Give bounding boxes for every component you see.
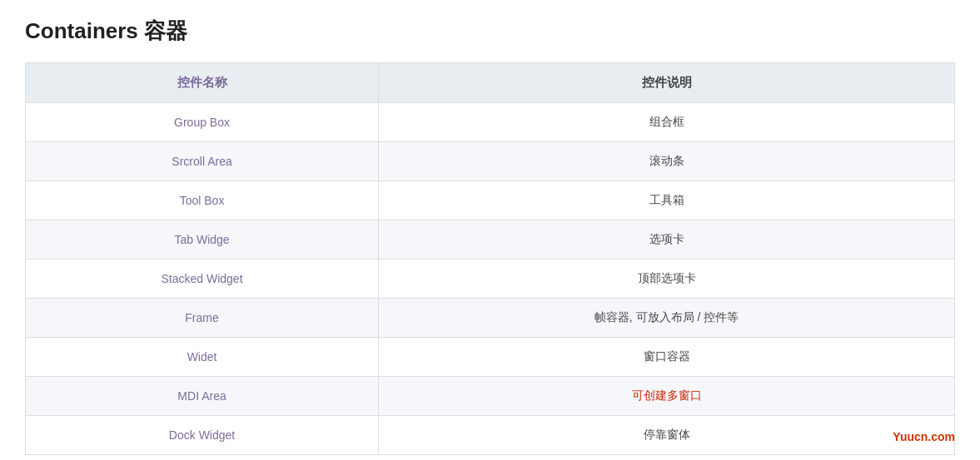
- table-row: Dock Widget停靠窗体: [26, 416, 955, 455]
- cell-name: Widet: [26, 338, 379, 377]
- cell-name: Stacked Widget: [26, 260, 379, 299]
- cell-desc: 顶部选项卡: [379, 260, 955, 299]
- cell-name: Group Box: [26, 103, 379, 142]
- cell-desc: 滚动条: [379, 142, 955, 181]
- cell-desc: 选项卡: [379, 220, 955, 260]
- header-col-name: 控件名称: [26, 63, 379, 103]
- table-row: Widet窗口容器: [26, 338, 955, 377]
- table-row: MDI Area可创建多窗口: [26, 377, 955, 416]
- cell-desc: 组合框: [379, 103, 955, 142]
- table-row: Tool Box工具箱: [26, 181, 955, 220]
- watermark-text: Yuucn.com: [893, 430, 955, 443]
- cell-name: Dock Widget: [26, 416, 379, 455]
- containers-table: 控件名称 控件说明 Group Box组合框Srcroll Area滚动条Too…: [25, 62, 955, 455]
- cell-name: Tool Box: [26, 181, 379, 220]
- cell-name: Tab Widge: [26, 220, 379, 260]
- table-row: Tab Widge选项卡: [26, 220, 955, 260]
- cell-desc: 帧容器, 可放入布局 / 控件等: [379, 299, 955, 338]
- table-header-row: 控件名称 控件说明: [26, 63, 955, 103]
- cell-name: MDI Area: [26, 377, 379, 416]
- cell-desc: 停靠窗体: [379, 416, 955, 455]
- table-row: Stacked Widget顶部选项卡: [26, 260, 955, 299]
- cell-desc: 工具箱: [379, 181, 955, 220]
- cell-name: Srcroll Area: [26, 142, 379, 181]
- cell-desc: 可创建多窗口: [379, 377, 955, 416]
- cell-desc: 窗口容器: [379, 338, 955, 377]
- table-row: Frame帧容器, 可放入布局 / 控件等: [26, 299, 955, 338]
- cell-name: Frame: [26, 299, 379, 338]
- page-title: Containers 容器: [25, 17, 955, 46]
- table-row: Srcroll Area滚动条: [26, 142, 955, 181]
- header-col-desc: 控件说明: [379, 63, 955, 103]
- table-row: Group Box组合框: [26, 103, 955, 142]
